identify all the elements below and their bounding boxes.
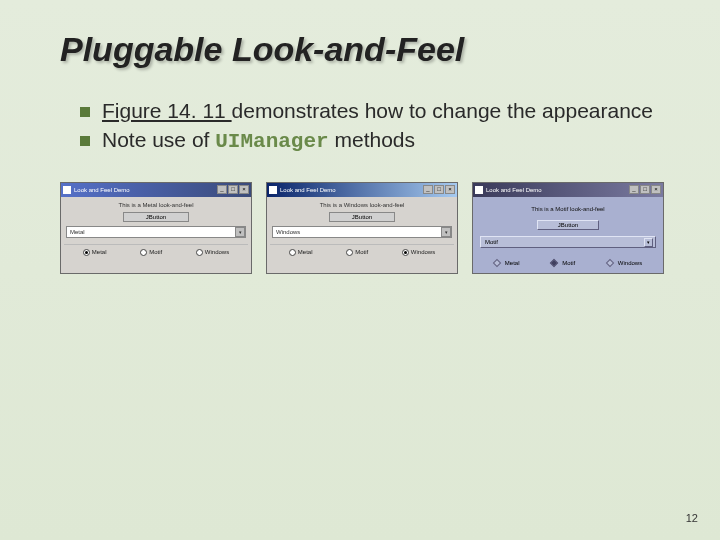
close-button[interactable]: × [239,185,249,194]
motif-combo-value: Motif [485,239,498,245]
titlebar-buttons: _ □ × [423,185,455,194]
page-number: 12 [686,512,698,524]
bullet-1-rest: demonstrates how to change the appearanc… [232,99,653,122]
motif-radio-group: Metal Motif Windows [476,254,660,270]
minimize-button[interactable]: _ [423,185,433,194]
metal-title: Look and Feel Demo [74,187,217,193]
windows-message: This is a Windows look-and-feel [270,200,454,210]
motif-message: This is a Motif look-and-feel [476,200,660,218]
bullet-list: Figure 14. 11 demonstrates how to change… [80,97,720,156]
slide-title: Pluggable Look-and-Feel [0,0,720,69]
motif-jbutton[interactable]: JButton [537,220,599,230]
chevron-down-icon[interactable]: ▾ [235,227,245,237]
motif-body: This is a Motif look-and-feel JButton Mo… [473,197,663,273]
metal-combobox[interactable]: Metal ▾ [66,226,246,238]
radio-metal[interactable]: Metal [289,249,313,256]
windows-body: This is a Windows look-and-feel JButton … [267,197,457,261]
windows-combo-value: Windows [276,229,300,235]
windows-title: Look and Feel Demo [280,187,423,193]
radio-motif[interactable]: Motif [551,260,575,266]
metal-window: Look and Feel Demo _ □ × This is a Metal… [60,182,252,274]
radio-windows[interactable]: Windows [607,260,642,266]
motif-window: Look and Feel Demo _ □ × This is a Motif… [472,182,664,274]
metal-message: This is a Metal look-and-feel [64,200,248,210]
metal-combo-value: Metal [70,229,85,235]
close-button[interactable]: × [651,185,661,194]
radio-motif[interactable]: Motif [346,249,368,256]
titlebar-buttons: _ □ × [217,185,249,194]
motif-titlebar: Look and Feel Demo _ □ × [473,183,663,197]
bullet-2-pre: Note use of [102,128,215,151]
metal-radio-group: Metal Motif Windows [64,244,248,258]
figure-link[interactable]: Figure 14. 11 [102,99,232,122]
titlebar-buttons: _ □ × [629,185,661,194]
radio-windows[interactable]: Windows [402,249,435,256]
windows-jbutton[interactable]: JButton [329,212,395,222]
windows-window: Look and Feel Demo _ □ × This is a Windo… [266,182,458,274]
figure-row: Look and Feel Demo _ □ × This is a Metal… [60,182,720,274]
window-icon [475,186,483,194]
code-uimanager: UIManager [215,130,328,153]
bullet-icon [80,136,90,146]
windows-titlebar: Look and Feel Demo _ □ × [267,183,457,197]
bullet-icon [80,107,90,117]
bullet-2-post: methods [329,128,415,151]
bullet-2: Note use of UIManager methods [80,126,720,155]
radio-metal[interactable]: Metal [494,260,520,266]
metal-jbutton[interactable]: JButton [123,212,189,222]
window-icon [63,186,71,194]
motif-title: Look and Feel Demo [486,187,629,193]
minimize-button[interactable]: _ [217,185,227,194]
windows-combobox[interactable]: Windows ▾ [272,226,452,238]
maximize-button[interactable]: □ [434,185,444,194]
close-button[interactable]: × [445,185,455,194]
radio-windows[interactable]: Windows [196,249,229,256]
chevron-down-icon[interactable]: ▾ [441,227,451,237]
radio-motif[interactable]: Motif [140,249,162,256]
window-icon [269,186,277,194]
maximize-button[interactable]: □ [640,185,650,194]
chevron-down-icon[interactable]: ▾ [644,238,653,247]
metal-body: This is a Metal look-and-feel JButton Me… [61,197,251,261]
bullet-2-text: Note use of UIManager methods [102,126,415,155]
windows-radio-group: Metal Motif Windows [270,244,454,258]
bullet-1-text: Figure 14. 11 demonstrates how to change… [102,97,653,124]
bullet-1: Figure 14. 11 demonstrates how to change… [80,97,720,124]
motif-combobox[interactable]: Motif ▾ [480,236,656,248]
maximize-button[interactable]: □ [228,185,238,194]
minimize-button[interactable]: _ [629,185,639,194]
metal-titlebar: Look and Feel Demo _ □ × [61,183,251,197]
radio-metal[interactable]: Metal [83,249,107,256]
